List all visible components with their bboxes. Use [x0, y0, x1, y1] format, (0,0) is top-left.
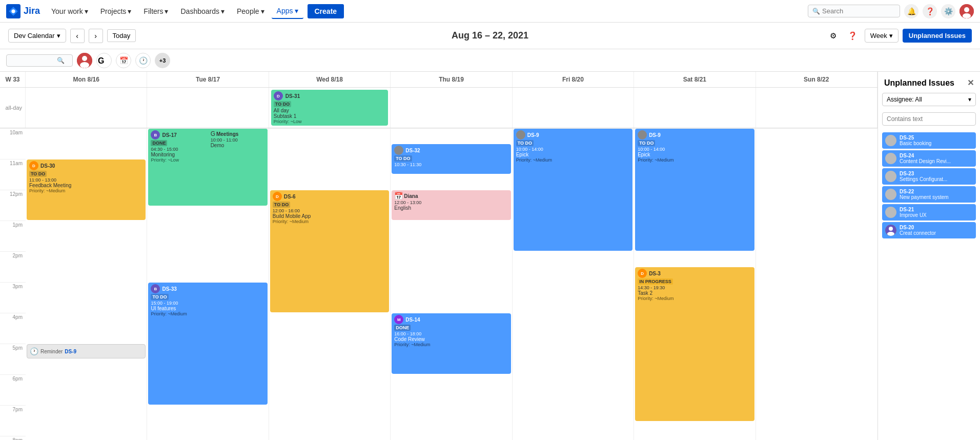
calendar-grid: W 33 Mon 8/16 Tue 8/17 Wed 8/18 Thu 8/19…	[0, 72, 877, 440]
notifications-icon[interactable]: 🔔	[904, 4, 918, 18]
col-sat: DS-9 TO DO 10:00 - 14:00 Epick Priority:…	[634, 128, 756, 440]
calendar-name-button[interactable]: Dev Calendar ▾	[8, 29, 66, 43]
unplanned-item-ds20[interactable]: DS-20 Creat connector	[882, 222, 976, 238]
filter-more-button[interactable]: +3	[155, 53, 170, 68]
today-button[interactable]: Today	[107, 29, 136, 42]
event-ds30[interactable]: D DS-30 TO DO 11:00 - 13:00 Feedback Mee…	[27, 159, 146, 220]
event-meetings[interactable]: G Meetings 10:00 - 11:00 Demo	[208, 129, 268, 158]
event-avatar-ds9-sat	[638, 130, 647, 139]
cal-search-box[interactable]: 🔍	[6, 54, 73, 67]
logo[interactable]: Jira	[6, 4, 40, 18]
search-input[interactable]	[822, 7, 889, 15]
google-icon: G	[211, 130, 215, 137]
clock-icon: 🕐	[30, 347, 38, 355]
event-avatar-ds6: D	[273, 192, 282, 201]
filter-avatar-1[interactable]	[77, 53, 92, 68]
unplanned-item-ds21[interactable]: DS-21 Improve UX	[882, 204, 976, 221]
contains-text-filter[interactable]	[882, 112, 976, 126]
nav-your-work[interactable]: Your work ▾	[46, 4, 93, 18]
svg-point-6	[82, 56, 87, 61]
contains-text-input[interactable]	[882, 112, 976, 126]
assignee-filter[interactable]: Assignee: All ▾	[882, 93, 976, 106]
filter-avatar-clock[interactable]: 🕐	[135, 53, 151, 68]
calendar-settings-icon[interactable]: ⚙	[826, 28, 841, 44]
wed-header: Wed 8/18	[269, 72, 391, 87]
event-ds9-fri[interactable]: DS-9 TO DO 10:00 - 14:00 Epick Priority:…	[514, 129, 632, 251]
main-container: W 33 Mon 8/16 Tue 8/17 Wed 8/18 Thu 8/19…	[0, 72, 980, 440]
event-ds6[interactable]: D DS-6 TO DO 12:00 - 16:00 Build Mobile …	[270, 190, 389, 312]
chevron-down-icon: ▾	[85, 7, 88, 15]
unplanned-item-ds22[interactable]: DS-22 New payment system	[882, 186, 976, 203]
calendar-header-right: ⚙ ❓ Week ▾ Unplanned Issues	[826, 28, 972, 44]
chevron-down-icon: ▾	[128, 7, 131, 15]
unplanned-title: Unplanned Issues ✕	[878, 72, 980, 90]
allday-tue	[147, 88, 269, 128]
allday-thu	[391, 88, 512, 128]
jira-logo-text: Jira	[24, 6, 40, 16]
col-sun	[756, 128, 877, 440]
time-8pm: 8pm	[0, 436, 26, 440]
unplanned-avatar-ds25	[885, 135, 896, 146]
event-ds32[interactable]: DS-32 TO DO 10:30 - 11:30	[392, 144, 511, 174]
user-avatar[interactable]	[959, 4, 974, 18]
unplanned-list: DS-25 Basic booking DS-24 Content Design…	[878, 129, 980, 440]
svg-text:G: G	[98, 56, 104, 65]
filter-avatar-calendar[interactable]: 📅	[116, 53, 131, 68]
event-ds9-sat[interactable]: DS-9 TO DO 10:00 - 14:00 Epick Priority:…	[635, 129, 754, 251]
unplanned-panel: Unplanned Issues ✕ Assignee: All ▾ DS-25…	[877, 72, 980, 440]
event-reminder-ds9-mon[interactable]: 🕐 Reminder DS-9	[27, 344, 146, 358]
nav-apps[interactable]: Apps ▾	[272, 4, 303, 19]
event-avatar-ds14: M	[394, 315, 403, 324]
unplanned-item-ds23[interactable]: DS-23 Settings Configurat...	[882, 168, 976, 185]
time-6pm: 6pm	[0, 374, 26, 405]
unplanned-avatar-ds21	[885, 207, 896, 218]
unplanned-avatar-ds24	[885, 153, 896, 164]
time-labels: 10am 11am 12pm 1pm 2pm 3pm 4pm 5pm 6pm 7…	[0, 128, 26, 440]
calendar-area: W 33 Mon 8/16 Tue 8/17 Wed 8/18 Thu 8/19…	[0, 72, 877, 440]
calendar-toolbar: 🔍 G 📅 🕐 +3	[0, 49, 980, 72]
event-avatar-ds33: B	[151, 284, 160, 293]
allday-sun	[756, 88, 877, 128]
next-week-button[interactable]: ›	[89, 29, 103, 43]
search-icon: 🔍	[812, 8, 820, 15]
nav-people[interactable]: People ▾	[232, 4, 270, 18]
nav-filters[interactable]: Filters ▾	[138, 4, 173, 18]
nav-dashboards[interactable]: Dashboards ▾	[175, 4, 230, 18]
event-ds33[interactable]: B DS-33 TO DO 15:00 - 19:00 UI features …	[148, 283, 267, 405]
time-12pm: 12pm	[0, 190, 26, 221]
date-range: Aug 16 – 22, 2021	[452, 30, 528, 41]
event-avatar-ds3-sat: D	[638, 269, 647, 278]
allday-wed[interactable]: D DS-31 TO DO All day Subtask 1 Priority…	[269, 88, 391, 128]
thu-header: Thu 8/19	[391, 72, 512, 87]
create-button[interactable]: Create	[308, 4, 344, 18]
calendar-icon: 📅	[394, 192, 403, 200]
allday-sat	[634, 88, 756, 128]
event-diana-thu[interactable]: 📅 Diana 12:00 - 13:00 English	[392, 190, 511, 220]
filter-avatar-google[interactable]: G	[96, 53, 112, 68]
unplanned-item-ds25[interactable]: DS-25 Basic booking	[882, 132, 976, 149]
help-icon[interactable]: ❓	[923, 4, 937, 18]
time-7pm: 7pm	[0, 405, 26, 436]
unplanned-avatar-ds23	[885, 171, 896, 182]
event-ds31[interactable]: D DS-31 TO DO All day Subtask 1 Priority…	[271, 90, 388, 126]
view-week-button[interactable]: Week ▾	[865, 29, 899, 43]
cal-search-input[interactable]	[11, 57, 57, 64]
unplanned-item-ds24[interactable]: DS-24 Content Design Revi...	[882, 150, 976, 167]
time-1pm: 1pm	[0, 221, 26, 251]
event-ds14[interactable]: M DS-14 DONE 16:00 - 18:00 Code Review P…	[392, 313, 511, 374]
prev-week-button[interactable]: ‹	[70, 29, 85, 43]
allday-label: all-day	[0, 88, 26, 128]
close-unplanned-button[interactable]: ✕	[967, 78, 974, 88]
unplanned-issues-button[interactable]: Unplanned Issues	[903, 29, 972, 43]
search-box[interactable]: 🔍	[808, 5, 900, 17]
fri-header: Fri 8/20	[513, 72, 634, 87]
col-tue: B DS-17 DONE 04:30 - 15:00 Monitoring Pr…	[147, 128, 269, 440]
svg-point-10	[889, 227, 893, 231]
settings-icon[interactable]: ⚙️	[941, 4, 955, 18]
event-ds3-sat[interactable]: D DS-3 IN PROGRESS 14:30 - 19:30 Task 2 …	[635, 267, 754, 421]
mon-header: Mon 8/16	[26, 72, 147, 87]
svg-point-4	[963, 13, 971, 18]
nav-projects[interactable]: Projects ▾	[95, 4, 137, 18]
calendar-help-icon[interactable]: ❓	[845, 28, 861, 44]
col-mon: D DS-30 TO DO 11:00 - 13:00 Feedback Mee…	[26, 128, 147, 440]
